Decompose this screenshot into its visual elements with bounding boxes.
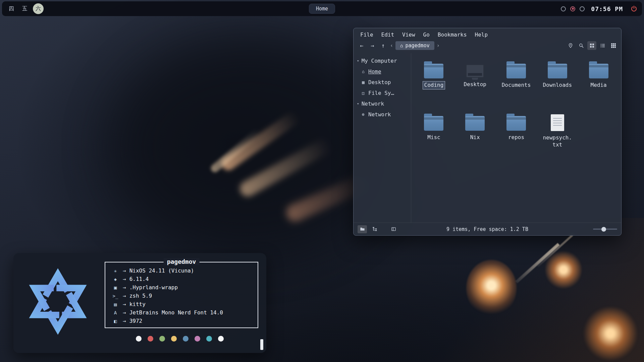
- file-item-downloads[interactable]: Downloads: [537, 59, 578, 111]
- sidebar-item-filesystem[interactable]: ◫ File Sy…: [354, 87, 411, 98]
- home-icon: ⌂: [361, 69, 366, 74]
- workspace-5[interactable]: 五: [19, 3, 30, 14]
- tray-record-icon[interactable]: [570, 6, 575, 11]
- file-item-desktop[interactable]: Desktop: [454, 59, 496, 111]
- menubar: File Edit View Go Bookmarks Help: [354, 28, 621, 39]
- menu-help[interactable]: Help: [475, 32, 488, 38]
- sidebar-section-network[interactable]: ▾ Network: [354, 98, 411, 109]
- arrow-icon: →: [123, 293, 126, 299]
- candle-glow: [466, 260, 517, 317]
- file-item-coding[interactable]: Coding: [413, 59, 454, 111]
- arrow-icon: →: [123, 276, 126, 282]
- topbar-right: 07:56 PM: [561, 5, 638, 13]
- up-icon: ↑: [381, 42, 385, 49]
- menu-file[interactable]: File: [360, 32, 373, 38]
- icon-view-button[interactable]: [587, 41, 596, 50]
- sidebar-item-home[interactable]: ⌂ Home: [354, 66, 411, 77]
- terminal-color-palette: [136, 336, 224, 342]
- breadcrumb-current-folder[interactable]: ⌂ pagedmov: [395, 41, 434, 50]
- terminal-icon: ▤: [111, 302, 119, 307]
- fetch-row-packages: ◧ → 3972: [111, 317, 252, 325]
- menu-view[interactable]: View: [402, 32, 415, 38]
- sidebar-section-my-computer[interactable]: ▾ My Computer: [354, 55, 411, 66]
- tray-indicator-icon[interactable]: [580, 6, 585, 11]
- file-label: Misc: [426, 134, 442, 141]
- file-item-media[interactable]: Media: [578, 59, 619, 111]
- palette-dot: [159, 336, 165, 342]
- file-item-documents[interactable]: Documents: [496, 59, 537, 111]
- filesystem-icon: ◫: [361, 90, 366, 96]
- sidebar-item-label: File Sy…: [368, 90, 394, 96]
- fetch-row-os: ✳ → NixOS 24.11 (Vicuna): [111, 266, 252, 275]
- fetch-row-shell: >_ → zsh 5.9: [111, 292, 252, 300]
- file-label: Media: [589, 81, 608, 89]
- toggle-side-pane-button[interactable]: [389, 225, 398, 233]
- arrow-icon: →: [123, 267, 126, 274]
- wallpaper-hair-highlight: [209, 128, 262, 174]
- zoom-slider[interactable]: [593, 227, 617, 232]
- thumbnail-view-button[interactable]: [609, 41, 618, 50]
- file-manager-window: File Edit View Go Bookmarks Help ← → ↑ ‹…: [353, 28, 622, 236]
- slider-thumb[interactable]: [601, 227, 606, 232]
- file-manager-body: ▾ My Computer ⌂ Home ▦ Desktop ◫ File Sy…: [354, 53, 621, 223]
- breadcrumb-scroll-left-icon[interactable]: ‹: [389, 43, 394, 49]
- section-label: Network: [362, 101, 384, 107]
- menu-go[interactable]: Go: [423, 32, 430, 38]
- wm-icon: ▣: [111, 285, 119, 290]
- palette-dot: [218, 336, 224, 342]
- packages-icon: ◧: [111, 318, 119, 324]
- file-item-nix[interactable]: Nix: [454, 111, 496, 163]
- kernel-icon: ◈: [111, 277, 119, 282]
- location-pin-button[interactable]: [566, 41, 575, 50]
- workspace-4[interactable]: 四: [6, 3, 17, 14]
- sidebar-item-desktop[interactable]: ▦ Desktop: [354, 77, 411, 87]
- sidebar-item-label: Desktop: [368, 79, 391, 85]
- arrow-icon: →: [123, 318, 126, 324]
- menu-edit[interactable]: Edit: [381, 32, 394, 38]
- collapse-arrow-icon: ▾: [357, 102, 359, 106]
- fetch-value: 3972: [129, 318, 143, 324]
- forward-button[interactable]: →: [368, 41, 377, 50]
- terminal-cursor: [260, 339, 263, 350]
- fetch-row-terminal: ▤ → kitty: [111, 300, 252, 308]
- fetch-value: zsh 5.9: [129, 293, 152, 299]
- side-pane-icon: [391, 227, 396, 232]
- search-icon: [579, 43, 584, 48]
- toolbar: ← → ↑ ‹ ⌂ pagedmov ›: [354, 39, 621, 53]
- collapse-arrow-icon: ▾: [357, 59, 359, 63]
- shell-icon: >_: [111, 293, 119, 299]
- tray-indicator-icon[interactable]: [561, 6, 566, 11]
- power-button[interactable]: [630, 5, 638, 13]
- clock: 07:56 PM: [591, 5, 623, 12]
- sidebar-item-network[interactable]: ⊕ Network: [354, 109, 411, 120]
- show-tree-button[interactable]: [370, 225, 379, 233]
- file-label: Downloads: [541, 81, 573, 89]
- top-status-bar: 四 五 六 Home 07:56 PM: [2, 1, 642, 16]
- network-icon: ⊕: [361, 112, 366, 117]
- folder-icon: [424, 64, 443, 78]
- file-item-misc[interactable]: Misc: [413, 111, 454, 163]
- up-button[interactable]: ↑: [378, 41, 388, 50]
- compact-view-button[interactable]: [598, 41, 607, 50]
- show-places-button[interactable]: [358, 225, 367, 233]
- back-icon: ←: [360, 42, 363, 49]
- back-button[interactable]: ←: [357, 41, 366, 50]
- sidebar-item-label: Network: [368, 111, 391, 118]
- search-button[interactable]: [577, 41, 586, 50]
- workspace-6-active[interactable]: 六: [33, 3, 44, 14]
- arrow-icon: →: [123, 301, 126, 307]
- fetch-username: pagedmov: [164, 258, 200, 265]
- breadcrumb-scroll-right-icon[interactable]: ›: [436, 43, 441, 49]
- file-item-repos[interactable]: repos: [496, 111, 537, 163]
- section-label: My Computer: [362, 58, 397, 64]
- menu-bookmarks[interactable]: Bookmarks: [438, 32, 467, 38]
- fetch-info-box: pagedmov ✳ → NixOS 24.11 (Vicuna) ◈ → 6.…: [105, 262, 258, 328]
- file-item-newpsych-txt[interactable]: newpsych.txt: [537, 111, 578, 163]
- compact-view-icon: [600, 43, 605, 48]
- sidebar-item-label: Home: [368, 68, 381, 75]
- desktop-icon: ▦: [361, 80, 366, 85]
- candle-glow: [582, 307, 639, 360]
- icon-view-icon: [589, 43, 595, 48]
- file-label: Documents: [500, 81, 532, 89]
- fetch-value: NixOS 24.11 (Vicuna): [129, 267, 194, 274]
